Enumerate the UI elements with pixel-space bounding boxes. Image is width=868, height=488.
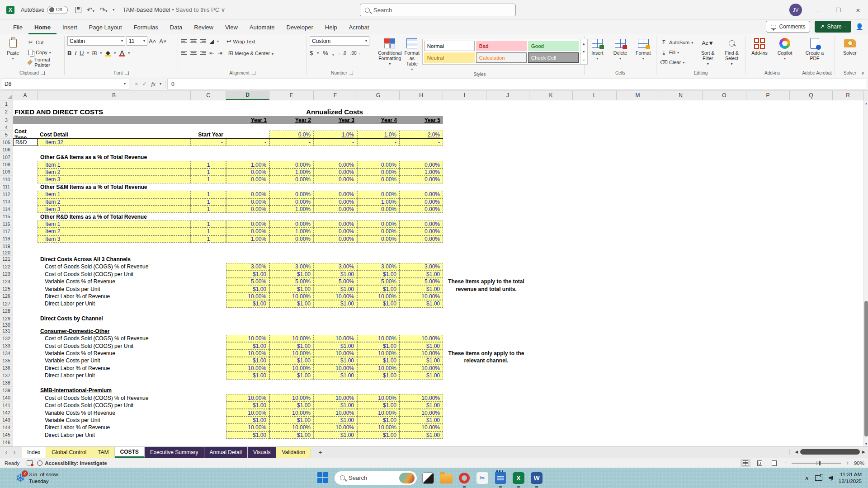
ribbon-tab-developer[interactable]: Developer [281,21,319,34]
sheet-cell[interactable]: Cost of Goods Sold (COGS) % of Revenue [38,263,226,270]
scroll-down-icon[interactable]: ▼ [864,441,868,446]
zoom-in-button[interactable]: + [846,460,849,466]
sheet-cell[interactable]: $1.00 [357,270,400,277]
sheet-cell[interactable]: 10.00% [357,424,400,431]
autosave-toggle[interactable]: Off [47,6,68,14]
autosum-button[interactable]: ΣAutoSum▾ [659,38,694,47]
sheet-cell[interactable]: R&D [13,139,38,146]
sheet-cell[interactable]: 0.00% [400,228,443,235]
sheet-cell[interactable]: 1 [191,228,226,235]
row-header-114[interactable]: 114 [0,206,13,213]
sheet-cell[interactable]: 0.00% [357,176,400,183]
sheet-cell[interactable]: 5.00% [226,278,269,285]
save-icon[interactable] [75,7,81,13]
taskbar-app-bw[interactable] [421,471,435,485]
sheet-cell[interactable]: 0.00% [269,221,314,228]
sheet-cell[interactable]: These items apply to the total [443,278,529,285]
sheet-cell[interactable]: $1.00 [226,372,269,379]
sheet-cell[interactable]: 0.00% [226,221,269,228]
sheet-cell[interactable]: $1.00 [314,372,357,379]
sheet-cell[interactable]: Direct Labor per Unit [38,372,226,379]
sheet-cell[interactable]: $1.00 [226,432,269,439]
sheet-cell[interactable]: Year 1 [226,116,269,124]
sheet-cell[interactable]: 0.00% [400,176,443,183]
sheet-cell[interactable]: 0.00% [357,221,400,228]
sheet-cell[interactable]: 0.00% [226,206,269,213]
restore-button[interactable] [828,0,848,20]
column-header-E[interactable]: E [269,91,314,100]
sheet-cell[interactable]: Variable Costs per Unit [38,417,226,424]
sheet-cell[interactable]: relevant channel. [443,357,529,364]
row-header-116[interactable]: 116 [0,221,13,228]
sheet-cell[interactable]: Cost of Goods Sold (COGS) per Unit [38,402,226,409]
sheet-cell[interactable]: 5.00% [400,278,443,285]
sheet-cell[interactable]: 10.00% [400,293,443,300]
clock[interactable]: 11:31 AM12/1/2025 [839,471,862,485]
conditional-formatting-button[interactable]: Conditional Formatting▾ [378,36,402,66]
redo-icon[interactable]: ↷▾ [100,6,108,14]
sheet-cell[interactable]: 0.00% [226,228,269,235]
sheet-cell[interactable]: 10.00% [269,293,314,300]
sheet-cell[interactable]: 1.00% [269,228,314,235]
sheet-cell[interactable]: Year 4 [357,116,400,124]
sheet-cell[interactable]: 10.00% [357,350,400,357]
row-header-121[interactable]: 121 [0,256,13,263]
sheet-cell[interactable]: Direct Costs Across All 3 Channels [38,256,226,263]
sheet-cell[interactable]: $1.00 [357,372,400,379]
column-header-I[interactable]: I [443,91,486,100]
format-cells-button[interactable]: Format▾ [633,36,653,61]
macro-record-icon[interactable] [27,460,33,465]
row-header-4[interactable]: 4 [0,124,13,131]
row-header-105[interactable]: 105 [0,139,13,146]
sheet-cell[interactable]: Item 1 [38,161,191,168]
sheet-tab-validation[interactable]: Validation [276,447,311,458]
sheet-cell[interactable]: Cost of Goods Sold (COGS) per Unit [38,342,226,349]
network-icon[interactable] [815,475,822,481]
sheet-cell[interactable]: 0.00% [357,161,400,168]
sheet-cell[interactable]: 10.00% [400,424,443,431]
row-header-120[interactable]: 120 [0,250,13,256]
sheet-cell[interactable]: $1.00 [400,342,443,349]
file-explorer-button[interactable] [439,471,453,485]
column-header-J[interactable]: J [486,91,529,100]
sheet-cell[interactable]: 0.00% [400,235,443,243]
row-header-135[interactable]: 135 [0,357,13,364]
select-all-corner[interactable] [0,91,13,100]
row-header-118[interactable]: 118 [0,235,13,243]
font-size-select[interactable]: 11▾ [127,36,147,46]
sheet-cell[interactable]: $1.00 [314,300,357,307]
row-header-141[interactable]: 141 [0,402,13,409]
sheet-cell[interactable]: 0.00% [400,206,443,213]
sheet-cell[interactable]: 10.00% [226,424,269,431]
hscroll-right-icon[interactable]: ▶ [862,450,865,454]
sheet-cell[interactable]: Direct Labor per Unit [38,432,226,439]
sheet-cell[interactable]: 5.00% [357,278,400,285]
fill-button[interactable]: ⤓Fill▾ [659,48,694,57]
align-left-icon[interactable] [181,51,187,55]
sheet-cell[interactable]: $1.00 [226,285,269,292]
sheet-cell[interactable]: SMB-International-Premium [38,387,226,394]
row-header-134[interactable]: 134 [0,350,13,357]
column-header-H[interactable]: H [400,91,443,100]
decrease-decimal-icon[interactable]: .00→ [350,51,361,56]
sheet-cell[interactable]: 10.00% [400,350,443,357]
sheet-cell[interactable]: Variable Costs per Unit [38,357,226,364]
copy-button[interactable]: Copy▾ [26,48,61,57]
tray-chevron-icon[interactable]: ∧ [805,475,809,481]
ribbon-tab-view[interactable]: View [219,21,244,34]
paste-button[interactable]: Paste▾ [3,36,23,61]
column-header-D[interactable]: D [226,91,269,100]
row-header-140[interactable]: 140 [0,394,13,401]
column-header-F[interactable]: F [314,91,357,100]
dialog-launcher-icon[interactable] [125,71,129,75]
sheet-cell[interactable]: $1.00 [269,270,314,277]
sheet-cell[interactable]: 3.00% [357,263,400,270]
sheet-cell[interactable]: 0.00% [357,228,400,235]
sheet-cell[interactable]: Variable Costs % of Revenue [38,350,226,357]
sheet-cell[interactable]: Variable Costs per Unit [38,285,226,292]
sheet-cell[interactable]: - [314,139,357,146]
sheet-cell[interactable]: 10.00% [357,293,400,300]
ribbon-collapse-icon[interactable]: ∨ [861,70,864,75]
sheet-cell[interactable]: Direct Labor % of Revenue [38,293,226,300]
volume-icon[interactable]: ) [829,475,832,481]
